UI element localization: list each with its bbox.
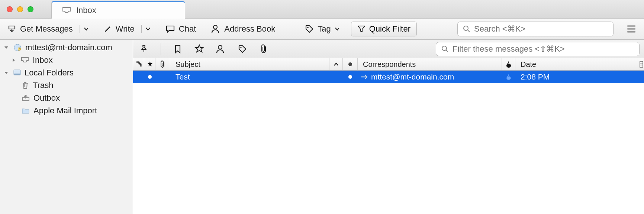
column-attachment[interactable] bbox=[155, 58, 170, 70]
trash-label: Trash bbox=[33, 81, 53, 90]
window-controls bbox=[0, 0, 40, 18]
download-icon bbox=[7, 25, 16, 33]
quick-filter-label: Quick Filter bbox=[369, 24, 410, 34]
column-picker[interactable] bbox=[640, 58, 644, 70]
column-picker-icon bbox=[640, 61, 643, 68]
message-filter[interactable] bbox=[436, 42, 640, 56]
outbox-label: Outbox bbox=[33, 93, 60, 103]
message-list[interactable]: Test mttest@mt-domain.com bbox=[133, 71, 644, 214]
get-messages-button[interactable]: Get Messages bbox=[5, 23, 75, 35]
contacts-icon bbox=[216, 44, 226, 54]
local-folders-node[interactable]: Local Folders bbox=[0, 67, 133, 79]
tag-label: Tag bbox=[318, 24, 331, 34]
filter-attachment-toggle[interactable] bbox=[258, 43, 270, 55]
column-read[interactable] bbox=[343, 58, 358, 70]
search-icon bbox=[441, 45, 449, 53]
main-toolbar: Get Messages Write Chat bbox=[0, 19, 644, 40]
filter-tags-toggle[interactable] bbox=[236, 43, 249, 55]
filter-contacts-toggle[interactable] bbox=[215, 43, 227, 55]
column-correspondents[interactable]: Correspondents bbox=[358, 58, 502, 70]
tab-label: Inbox bbox=[76, 6, 96, 15]
inbox-tray-icon bbox=[21, 57, 29, 64]
column-subject[interactable]: Subject bbox=[170, 58, 329, 70]
account-node[interactable]: mttest@mt-domain.com bbox=[0, 41, 133, 54]
column-sort-indicator[interactable] bbox=[329, 58, 343, 70]
tag-icon bbox=[305, 25, 314, 33]
global-search[interactable] bbox=[457, 22, 614, 36]
disclosure-triangle-icon[interactable] bbox=[3, 44, 10, 51]
svg-point-8 bbox=[218, 45, 222, 49]
message-row[interactable]: Test mttest@mt-domain.com bbox=[133, 71, 644, 83]
dot-icon bbox=[348, 62, 352, 66]
tab-strip: Inbox bbox=[51, 0, 185, 18]
tag-icon bbox=[238, 45, 247, 54]
disclosure-triangle-icon[interactable] bbox=[10, 57, 17, 64]
titlebar: Inbox bbox=[0, 0, 644, 19]
column-subject-label: Subject bbox=[176, 60, 200, 69]
zoom-window-button[interactable] bbox=[28, 6, 33, 12]
thread-icon bbox=[135, 61, 142, 68]
folder-outbox[interactable]: Outbox bbox=[0, 92, 133, 104]
local-folders-icon bbox=[13, 69, 21, 76]
filter-sticky-toggle[interactable] bbox=[138, 43, 150, 55]
svg-point-2 bbox=[464, 26, 468, 30]
pin-icon bbox=[139, 45, 148, 54]
apple-mail-import-label: Apple Mail Import bbox=[33, 106, 97, 116]
local-folders-label: Local Folders bbox=[25, 68, 74, 78]
tag-button[interactable]: Tag bbox=[303, 23, 342, 35]
chat-label: Chat bbox=[179, 24, 196, 34]
column-thread[interactable] bbox=[133, 58, 144, 70]
write-dropdown[interactable] bbox=[141, 25, 153, 33]
filter-starred-toggle[interactable] bbox=[193, 43, 206, 55]
message-date: 2:08 PM bbox=[521, 72, 550, 81]
column-correspondents-label: Correspondents bbox=[363, 60, 416, 69]
folder-trash[interactable]: Trash bbox=[0, 79, 133, 92]
address-book-button[interactable]: Address Book bbox=[209, 23, 277, 35]
cell-thread bbox=[133, 71, 144, 83]
cell-junk[interactable] bbox=[502, 71, 515, 83]
trash-icon bbox=[22, 81, 29, 90]
app-window: Inbox Get Messages Write bbox=[0, 0, 644, 214]
svg-point-0 bbox=[213, 25, 217, 29]
search-icon bbox=[463, 25, 470, 33]
cell-attachment bbox=[155, 71, 170, 83]
main-area: mttest@mt-domain.com Inbox Local Folder bbox=[0, 40, 644, 214]
folder-apple-mail-import[interactable]: Apple Mail Import bbox=[0, 104, 133, 117]
message-subject: Test bbox=[176, 72, 190, 81]
filter-unread-toggle[interactable] bbox=[171, 43, 184, 55]
hamburger-icon bbox=[627, 25, 636, 33]
message-filter-input[interactable] bbox=[453, 44, 634, 54]
arrow-right-icon bbox=[361, 74, 368, 80]
quick-filter-bar bbox=[133, 40, 644, 58]
cell-date: 2:08 PM bbox=[515, 71, 644, 83]
separator bbox=[161, 43, 161, 55]
chevron-up-icon bbox=[334, 62, 339, 67]
minimize-window-button[interactable] bbox=[17, 6, 23, 12]
tab-inbox[interactable]: Inbox bbox=[51, 1, 185, 18]
message-pane: Subject Correspondents bbox=[133, 40, 644, 214]
quick-filter-toggle[interactable]: Quick Filter bbox=[351, 22, 417, 36]
disclosure-triangle-icon[interactable] bbox=[3, 69, 10, 76]
star-icon bbox=[194, 44, 204, 54]
svg-rect-7 bbox=[14, 74, 20, 75]
chat-button[interactable]: Chat bbox=[163, 23, 198, 35]
global-search-input[interactable] bbox=[474, 24, 608, 34]
column-starred[interactable] bbox=[144, 58, 155, 70]
svg-point-9 bbox=[240, 47, 241, 48]
inbox-label: Inbox bbox=[33, 55, 53, 65]
attachment-icon bbox=[260, 44, 268, 54]
column-junk[interactable] bbox=[502, 58, 515, 70]
mailbox-globe-icon bbox=[13, 43, 22, 52]
address-book-label: Address Book bbox=[224, 24, 275, 34]
inbox-tray-icon bbox=[62, 7, 71, 14]
svg-rect-5 bbox=[19, 48, 20, 49]
write-button[interactable]: Write bbox=[102, 23, 137, 35]
get-messages-dropdown[interactable] bbox=[80, 25, 91, 33]
app-menu-button[interactable] bbox=[624, 25, 639, 33]
cell-read[interactable] bbox=[343, 71, 358, 83]
column-date[interactable]: Date bbox=[515, 58, 640, 70]
svg-point-10 bbox=[442, 46, 447, 51]
cell-star[interactable] bbox=[144, 71, 155, 83]
folder-inbox[interactable]: Inbox bbox=[0, 54, 133, 67]
close-window-button[interactable] bbox=[7, 6, 13, 12]
